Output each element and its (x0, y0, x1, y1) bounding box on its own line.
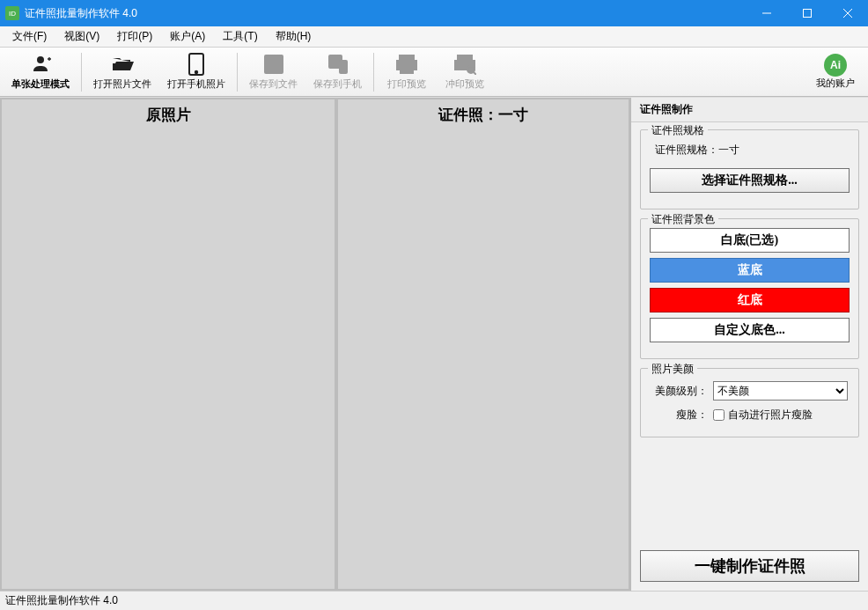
background-group: 证件照背景色 白底(已选) 蓝底 红底 自定义底色... (640, 218, 859, 359)
background-group-title: 证件照背景色 (648, 212, 718, 227)
person-icon (29, 54, 52, 76)
develop-icon (453, 54, 476, 76)
toolbar-separator (81, 53, 82, 92)
beauty-group-title: 照片美颜 (648, 362, 697, 377)
maximize-button[interactable] (787, 0, 828, 26)
open-photo-button[interactable]: 打开照片文件 (85, 49, 159, 95)
svg-rect-8 (268, 55, 277, 61)
menu-view[interactable]: 视图(V) (55, 26, 108, 47)
menu-tools[interactable]: 工具(T) (214, 26, 266, 47)
side-panel: 证件照制作 证件照规格 证件照规格：一寸 选择证件照规格... 证件照背景色 白… (630, 98, 868, 591)
app-icon: ID (5, 6, 19, 20)
single-mode-button[interactable]: 单张处理模式 (4, 49, 77, 95)
bg-red-button[interactable]: 红底 (650, 288, 850, 312)
make-photo-button[interactable]: 一键制作证件照 (640, 550, 859, 582)
svg-point-6 (195, 71, 197, 73)
save-phone-icon (327, 54, 349, 76)
beauty-level-select[interactable]: 不美颜 (713, 381, 848, 401)
save-phone-label: 保存到手机 (313, 77, 362, 91)
menu-file[interactable]: 文件(F) (4, 26, 55, 47)
printer-icon (395, 54, 418, 76)
save-phone-button[interactable]: 保存到手机 (305, 49, 370, 95)
choose-spec-button[interactable]: 选择证件照规格... (650, 168, 850, 193)
phone-icon (185, 53, 208, 76)
svg-point-13 (342, 70, 344, 72)
slim-checkbox-label: 自动进行照片瘦脸 (728, 408, 813, 423)
menu-print[interactable]: 打印(P) (108, 26, 161, 47)
statusbar: 证件照批量制作软件 4.0 (0, 591, 868, 610)
spec-current: 证件照规格：一寸 (650, 139, 850, 168)
spec-group: 证件照规格 证件照规格：一寸 选择证件照规格... (640, 129, 859, 209)
bg-white-button[interactable]: 白底(已选) (650, 228, 850, 253)
slim-checkbox[interactable] (713, 409, 725, 421)
bg-blue-button[interactable]: 蓝底 (650, 258, 850, 283)
id-photo-title: 证件照：一寸 (338, 99, 629, 130)
menu-help[interactable]: 帮助(H) (267, 26, 320, 47)
save-file-button[interactable]: 保存到文件 (241, 49, 305, 95)
close-button[interactable] (828, 0, 868, 26)
svg-rect-1 (804, 10, 812, 18)
save-icon (262, 54, 285, 76)
print-preview-label: 打印预览 (387, 77, 426, 91)
beauty-level-label: 美颜级别： (651, 384, 713, 399)
develop-preview-label: 冲印预览 (445, 77, 484, 91)
window-title: 证件照批量制作软件 4.0 (25, 6, 137, 21)
svg-point-19 (467, 66, 474, 73)
ai-icon: Ai (824, 54, 847, 77)
my-account-label: 我的账户 (816, 77, 855, 90)
minimize-button[interactable] (747, 0, 787, 26)
spec-group-title: 证件照规格 (648, 123, 708, 138)
bg-custom-button[interactable]: 自定义底色... (650, 318, 850, 342)
id-photo-panel: 证件照：一寸 (336, 98, 630, 591)
original-photo-panel: 原照片 (0, 98, 336, 591)
statusbar-text: 证件照批量制作软件 4.0 (5, 593, 118, 608)
original-photo-title: 原照片 (2, 99, 335, 130)
toolbar-separator (373, 53, 374, 92)
toolbar-separator (237, 53, 238, 92)
open-photo-label: 打开照片文件 (93, 77, 151, 91)
toolbar: 单张处理模式 打开照片文件 打开手机照片 保存到文件 保存到手机 打印预览 (0, 48, 868, 97)
beauty-group: 照片美颜 美颜级别： 不美颜 瘦脸： 自动进行照片瘦脸 (640, 368, 859, 437)
my-account-button[interactable]: Ai 我的账户 (806, 49, 864, 95)
titlebar: ID 证件照批量制作软件 4.0 (0, 0, 868, 26)
open-phone-label: 打开手机照片 (167, 77, 225, 91)
svg-rect-16 (401, 66, 413, 73)
svg-rect-11 (332, 55, 338, 59)
save-file-label: 保存到文件 (249, 77, 298, 91)
svg-point-4 (37, 56, 44, 63)
develop-preview-button[interactable]: 冲印预览 (436, 49, 494, 95)
side-panel-title: 证件照制作 (631, 98, 868, 122)
single-mode-label: 单张处理模式 (11, 77, 70, 91)
menu-account[interactable]: 账户(A) (161, 26, 214, 47)
menubar: 文件(F) 视图(V) 打印(P) 账户(A) 工具(T) 帮助(H) (0, 26, 868, 48)
print-preview-button[interactable]: 打印预览 (378, 49, 436, 95)
open-phone-button[interactable]: 打开手机照片 (159, 49, 233, 95)
folder-open-icon (111, 54, 134, 76)
main-area: 原照片 证件照：一寸 证件照制作 证件照规格 证件照规格：一寸 选择证件照规格.… (0, 97, 868, 591)
slim-label: 瘦脸： (651, 408, 713, 423)
